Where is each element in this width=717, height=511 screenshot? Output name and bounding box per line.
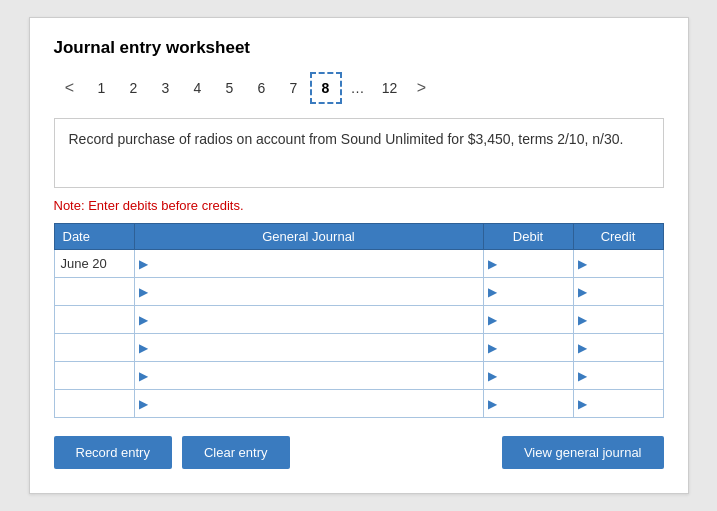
th-debit: Debit bbox=[483, 224, 573, 250]
credit-input-1[interactable] bbox=[580, 285, 657, 300]
arrow-icon-3: ▶ bbox=[139, 341, 148, 355]
description-box: Record purchase of radios on account fro… bbox=[54, 118, 664, 188]
page-3[interactable]: 3 bbox=[150, 72, 182, 104]
debit-arrow-2: ▶ bbox=[488, 313, 497, 327]
credit-input-4[interactable] bbox=[580, 369, 657, 384]
arrow-icon-2: ▶ bbox=[139, 313, 148, 327]
table-row: ▶ ▶ ▶ bbox=[54, 390, 663, 418]
debit-arrow-1: ▶ bbox=[488, 285, 497, 299]
date-cell-5 bbox=[54, 390, 134, 418]
pagination-bar: < 1 2 3 4 5 6 7 8 … 12 > bbox=[54, 72, 664, 104]
credit-arrow-1: ▶ bbox=[578, 285, 587, 299]
credit-cell-3[interactable]: ▶ bbox=[573, 334, 663, 362]
credit-cell-1[interactable]: ▶ bbox=[573, 278, 663, 306]
credit-cell-2[interactable]: ▶ bbox=[573, 306, 663, 334]
page-title: Journal entry worksheet bbox=[54, 38, 664, 58]
journal-cell-4[interactable]: ▶ bbox=[134, 362, 483, 390]
debit-input-4[interactable] bbox=[490, 369, 567, 384]
credit-arrow-0: ▶ bbox=[578, 257, 587, 271]
table-row: June 20 ▶ ▶ ▶ bbox=[54, 250, 663, 278]
debit-cell-2[interactable]: ▶ bbox=[483, 306, 573, 334]
th-journal: General Journal bbox=[134, 224, 483, 250]
debit-input-3[interactable] bbox=[490, 341, 567, 356]
journal-input-5[interactable] bbox=[141, 397, 477, 412]
prev-page[interactable]: < bbox=[54, 72, 86, 104]
journal-cell-1[interactable]: ▶ bbox=[134, 278, 483, 306]
credit-cell-0[interactable]: ▶ bbox=[573, 250, 663, 278]
debit-arrow-3: ▶ bbox=[488, 341, 497, 355]
journal-input-1[interactable] bbox=[141, 285, 477, 300]
credit-arrow-5: ▶ bbox=[578, 397, 587, 411]
arrow-icon-5: ▶ bbox=[139, 397, 148, 411]
debit-cell-3[interactable]: ▶ bbox=[483, 334, 573, 362]
page-4[interactable]: 4 bbox=[182, 72, 214, 104]
buttons-row: Record entry Clear entry View general jo… bbox=[54, 436, 664, 469]
view-journal-button[interactable]: View general journal bbox=[502, 436, 664, 469]
page-ellipsis: … bbox=[342, 72, 374, 104]
journal-cell-3[interactable]: ▶ bbox=[134, 334, 483, 362]
date-cell-4 bbox=[54, 362, 134, 390]
next-page[interactable]: > bbox=[406, 72, 438, 104]
th-credit: Credit bbox=[573, 224, 663, 250]
date-cell-1 bbox=[54, 278, 134, 306]
page-1[interactable]: 1 bbox=[86, 72, 118, 104]
table-row: ▶ ▶ ▶ bbox=[54, 278, 663, 306]
page-12[interactable]: 12 bbox=[374, 72, 406, 104]
page-5[interactable]: 5 bbox=[214, 72, 246, 104]
th-date: Date bbox=[54, 224, 134, 250]
journal-input-4[interactable] bbox=[141, 369, 477, 384]
credit-input-5[interactable] bbox=[580, 397, 657, 412]
date-cell-3 bbox=[54, 334, 134, 362]
debit-arrow-5: ▶ bbox=[488, 397, 497, 411]
credit-arrow-3: ▶ bbox=[578, 341, 587, 355]
credit-cell-4[interactable]: ▶ bbox=[573, 362, 663, 390]
record-entry-button[interactable]: Record entry bbox=[54, 436, 172, 469]
date-cell-2 bbox=[54, 306, 134, 334]
journal-input-3[interactable] bbox=[141, 341, 477, 356]
debit-cell-1[interactable]: ▶ bbox=[483, 278, 573, 306]
debit-cell-0[interactable]: ▶ bbox=[483, 250, 573, 278]
arrow-icon-0: ▶ bbox=[139, 257, 148, 271]
journal-cell-2[interactable]: ▶ bbox=[134, 306, 483, 334]
journal-table: Date General Journal Debit Credit June 2… bbox=[54, 223, 664, 418]
debit-cell-4[interactable]: ▶ bbox=[483, 362, 573, 390]
arrow-icon-4: ▶ bbox=[139, 369, 148, 383]
credit-input-0[interactable] bbox=[580, 257, 657, 272]
debit-input-5[interactable] bbox=[490, 397, 567, 412]
journal-input-2[interactable] bbox=[141, 313, 477, 328]
credit-cell-5[interactable]: ▶ bbox=[573, 390, 663, 418]
journal-cell-5[interactable]: ▶ bbox=[134, 390, 483, 418]
credit-input-3[interactable] bbox=[580, 341, 657, 356]
journal-input-0[interactable] bbox=[141, 257, 477, 272]
debit-arrow-4: ▶ bbox=[488, 369, 497, 383]
debit-input-0[interactable] bbox=[490, 257, 567, 272]
page-8[interactable]: 8 bbox=[310, 72, 342, 104]
journal-cell-0[interactable]: ▶ bbox=[134, 250, 483, 278]
page-7[interactable]: 7 bbox=[278, 72, 310, 104]
arrow-icon-1: ▶ bbox=[139, 285, 148, 299]
clear-entry-button[interactable]: Clear entry bbox=[182, 436, 290, 469]
debit-cell-5[interactable]: ▶ bbox=[483, 390, 573, 418]
debit-input-2[interactable] bbox=[490, 313, 567, 328]
date-cell-0: June 20 bbox=[54, 250, 134, 278]
credit-arrow-2: ▶ bbox=[578, 313, 587, 327]
table-row: ▶ ▶ ▶ bbox=[54, 362, 663, 390]
table-row: ▶ ▶ ▶ bbox=[54, 334, 663, 362]
credit-arrow-4: ▶ bbox=[578, 369, 587, 383]
page-6[interactable]: 6 bbox=[246, 72, 278, 104]
debit-arrow-0: ▶ bbox=[488, 257, 497, 271]
note-text: Note: Enter debits before credits. bbox=[54, 198, 664, 213]
worksheet-container: Journal entry worksheet < 1 2 3 4 5 6 7 … bbox=[29, 17, 689, 494]
debit-input-1[interactable] bbox=[490, 285, 567, 300]
table-row: ▶ ▶ ▶ bbox=[54, 306, 663, 334]
page-2[interactable]: 2 bbox=[118, 72, 150, 104]
credit-input-2[interactable] bbox=[580, 313, 657, 328]
